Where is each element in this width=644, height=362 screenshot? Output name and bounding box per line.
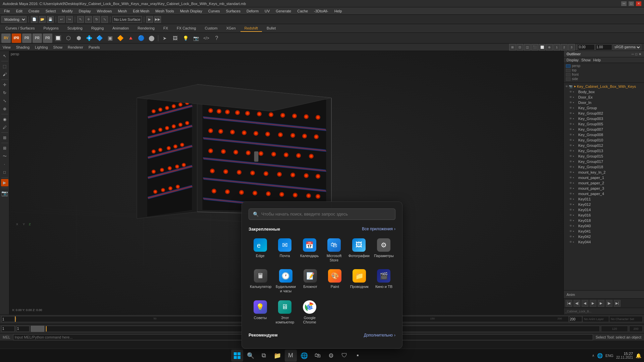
- app-movies[interactable]: 🎬 Кино и ТВ: [372, 266, 395, 296]
- app-mail[interactable]: ✉ Почта: [273, 236, 296, 265]
- app-notepad[interactable]: 📝 Блокнот: [299, 266, 322, 296]
- play-btn[interactable]: ▶: [590, 300, 596, 307]
- render-btn[interactable]: ▶: [146, 16, 153, 23]
- outliner-key044[interactable]: 👁 ▪ Key044: [568, 239, 644, 245]
- taskbar-datetime[interactable]: 15:27 22.11.2021: [616, 352, 633, 359]
- tab-rigging[interactable]: Rigging: [87, 25, 108, 32]
- render-region-btn[interactable]: ▶: [1, 179, 8, 186]
- rs-btn11[interactable]: ▣: [105, 34, 115, 43]
- app-store[interactable]: 🛍 Microsoft Store: [322, 236, 345, 265]
- restore-button[interactable]: □: [629, 1, 634, 6]
- snap-grid-btn[interactable]: ⊞: [1, 144, 8, 152]
- outliner-key011[interactable]: 👁 ▪ Key011: [568, 196, 644, 202]
- scale-tool[interactable]: ⤡: [1, 97, 8, 105]
- show-manip-btn[interactable]: ⊞: [1, 134, 8, 141]
- menu-mesh-display[interactable]: Mesh Display: [177, 8, 205, 14]
- start-button[interactable]: [231, 350, 243, 362]
- vp-smooth1[interactable]: 1: [553, 44, 560, 51]
- rs-btn3[interactable]: PR: [22, 34, 32, 43]
- rs-help-btn[interactable]: ?: [212, 34, 221, 43]
- goto-start-btn[interactable]: |◀: [566, 300, 572, 307]
- rs-btn13[interactable]: 🔺: [126, 34, 136, 43]
- app-clock[interactable]: 🕐 Будильники и часы: [274, 266, 297, 296]
- menu-help[interactable]: Help: [332, 8, 345, 14]
- vp-smooth3[interactable]: 3: [568, 44, 575, 51]
- menu-uv[interactable]: UV: [262, 8, 272, 14]
- taskbar-settings[interactable]: ⚙: [325, 350, 337, 362]
- app-chrome[interactable]: Google Chrome: [298, 298, 321, 327]
- tab-animation[interactable]: Animation: [108, 25, 133, 32]
- taskbar-store[interactable]: 🛍: [312, 350, 324, 362]
- menu-edit-mesh[interactable]: Edit Mesh: [130, 8, 152, 14]
- next-key-btn[interactable]: |▶: [606, 300, 612, 307]
- vp-btn3[interactable]: ◫: [524, 44, 531, 51]
- save-btn[interactable]: 💾: [47, 16, 54, 23]
- vp-btn5[interactable]: ⬜: [539, 44, 545, 51]
- taskbar-search-button[interactable]: 🔍: [245, 350, 257, 362]
- rotate-tool[interactable]: ↻: [1, 89, 8, 97]
- mode-dropdown[interactable]: Modeling: [1, 16, 26, 23]
- outliner-kg005[interactable]: 👁 ▪ Key_Group005: [568, 121, 644, 127]
- outliner-menu-display[interactable]: Display: [567, 58, 579, 62]
- rotate-btn[interactable]: ↻: [93, 16, 100, 23]
- sub-panels[interactable]: Panels: [89, 45, 100, 49]
- move-tool[interactable]: ✛: [1, 81, 8, 88]
- menu-generate[interactable]: Generate: [273, 8, 294, 14]
- goto-end-btn[interactable]: ▶|: [614, 300, 621, 307]
- end-frame-input[interactable]: [569, 316, 582, 322]
- undo-btn[interactable]: ↩: [58, 16, 65, 23]
- scale-btn[interactable]: ⤡: [101, 16, 108, 23]
- rs-rv-btn[interactable]: RV: [1, 34, 11, 43]
- snap-curve-btn[interactable]: 〜: [1, 153, 8, 160]
- start-frame-input[interactable]: [1, 316, 15, 322]
- coord-y-input[interactable]: [595, 44, 612, 50]
- vp-btn4[interactable]: ⬛: [531, 44, 538, 51]
- app-paint[interactable]: 🎨 Paint: [323, 266, 346, 296]
- menu-surfaces[interactable]: Surfaces: [223, 8, 243, 14]
- expand-icon-root[interactable]: ▸: [574, 84, 576, 88]
- taskbar-chevron[interactable]: ∧: [592, 354, 594, 357]
- camera-side[interactable]: side: [565, 77, 643, 81]
- vp-btn1[interactable]: ⊞: [509, 44, 516, 51]
- snap-view-btn[interactable]: □: [1, 169, 8, 176]
- outliner-door-in[interactable]: 👁 ▪ Door_In: [568, 100, 644, 105]
- outliner-mount-key[interactable]: 👁 ▪ mount_key_In_2: [568, 170, 644, 175]
- outliner-key042[interactable]: 👁 ▪ Key042: [568, 234, 644, 239]
- outliner-mp2[interactable]: 👁 ▪ mount_paper_2: [568, 180, 644, 186]
- app-calendar[interactable]: 📅 Календарь: [298, 236, 321, 265]
- outliner-kg017[interactable]: 👁 ▪ Key_Group017: [568, 159, 644, 164]
- outliner-kg013[interactable]: 👁 ▪ Key_Group013: [568, 148, 644, 154]
- all-apps-link[interactable]: Все приложения ›: [362, 227, 395, 231]
- outliner-kg002[interactable]: 👁 ▪ Key_Group002: [568, 111, 644, 116]
- select-btn[interactable]: ↖: [77, 16, 84, 23]
- outliner-close[interactable]: ✕: [639, 52, 641, 56]
- tab-fx-caching[interactable]: FX Caching: [173, 25, 200, 32]
- task-view-button[interactable]: ⧉: [258, 350, 270, 362]
- outliner-key016[interactable]: 👁 ▪ Key016: [568, 213, 644, 218]
- taskbar-browser[interactable]: 🌐: [298, 350, 310, 362]
- new-scene-btn[interactable]: 📄: [31, 16, 38, 23]
- frame-num-input2[interactable]: [16, 326, 30, 332]
- outliner-key012[interactable]: 👁 ▪ Key012: [568, 202, 644, 207]
- app-calc[interactable]: 🖩 Калькулятор: [249, 266, 273, 296]
- coord-x-input[interactable]: [578, 44, 595, 50]
- prev-key-btn[interactable]: ◀|: [574, 300, 580, 307]
- more-link[interactable]: Дополнительно ›: [364, 333, 395, 338]
- outliner-key018[interactable]: 👁 ▪ Key018: [568, 218, 644, 223]
- tab-bullet[interactable]: Bullet: [263, 25, 280, 32]
- rs-btn9[interactable]: 💠: [85, 34, 94, 43]
- menu-mesh-tools[interactable]: Mesh Tools: [153, 8, 176, 14]
- outliner-key041[interactable]: 👁 ▪ Key041: [568, 229, 644, 234]
- outliner-kg012[interactable]: 👁 ▪ Key_Group012: [568, 143, 644, 148]
- outliner-mp4[interactable]: 👁 ▪ mount_paper_4: [568, 191, 644, 196]
- tab-custom[interactable]: Custom: [201, 25, 222, 32]
- rs-arrow-btn[interactable]: ➤: [160, 34, 169, 43]
- tab-rendering[interactable]: Rendering: [133, 25, 159, 32]
- menu-curves[interactable]: Curves: [206, 8, 223, 14]
- rs-texture-btn[interactable]: 🖼: [170, 34, 180, 43]
- rs-btn5[interactable]: PR: [43, 34, 52, 43]
- minimize-button[interactable]: ─: [621, 1, 627, 6]
- camera-top[interactable]: top: [565, 68, 643, 72]
- rs-cam-btn[interactable]: 📷: [191, 34, 201, 43]
- sub-lighting[interactable]: Lighting: [35, 45, 48, 49]
